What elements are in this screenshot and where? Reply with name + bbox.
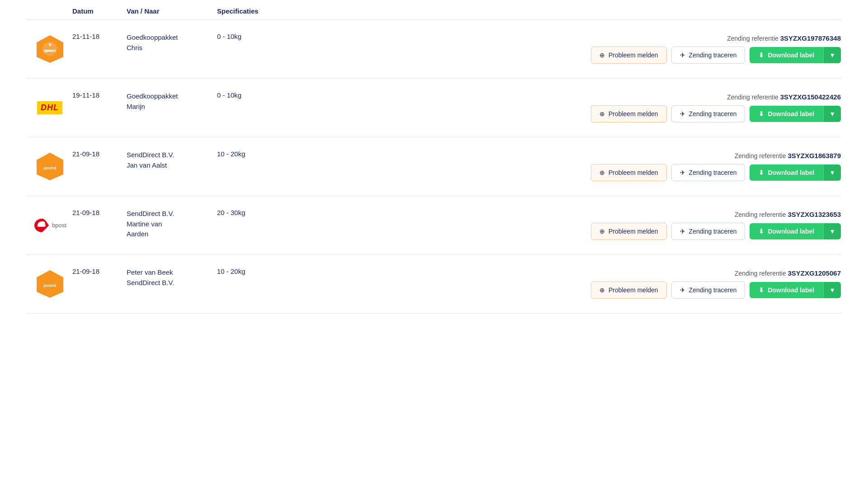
row1-spec: 0 - 10kg [217,31,289,40]
row3-probleem-button[interactable]: ⊕ Probleem melden [591,164,667,181]
carrier-logo-postnl: postnl [27,152,72,181]
row1-probleem-button[interactable]: ⊕ Probleem melden [591,47,667,64]
shipments-table: Datum Van / Naar Specificaties ♛ post nl… [0,0,868,314]
postnl-icon: postnl [35,152,65,181]
chevron-down-icon: ▼ [829,169,835,176]
row2-download-wrapper: ⬇ Download label ▼ [750,106,841,122]
row2-traceren-button[interactable]: ✈ Zending traceren [671,105,745,122]
postnl-icon: ♛ post nl postnl [35,34,65,64]
row2-actions: Zending referentie 3SYZXG150422426 ⊕ Pro… [289,93,841,122]
row4-download-wrapper: ⬇ Download label ▼ [750,223,841,239]
row3-download-button[interactable]: ⬇ Download label [750,164,823,181]
row2-spec: 0 - 10kg [217,89,289,99]
row4-download-chevron[interactable]: ▼ [823,223,841,239]
row2-date: 19-11-18 [72,89,127,99]
table-row: postnl 21-09-18 SendDirect B.V. Jan van … [27,137,841,196]
row5-traceren-button[interactable]: ✈ Zending traceren [671,281,745,299]
row5-spec: 10 - 20kg [217,266,289,275]
send-icon: ✈ [680,286,685,294]
row4-probleem-button[interactable]: ⊕ Probleem melden [591,223,667,240]
row3-van-naar: SendDirect B.V. Jan van Aalst [127,148,217,170]
row1-download-chevron[interactable]: ▼ [823,47,841,63]
row4-date: 21-09-18 [72,207,127,216]
svg-text:♛: ♛ [48,43,52,47]
row2-zending-ref: Zending referentie 3SYZXG150422426 [727,93,841,101]
carrier-logo-dhl: DHL [27,101,72,114]
row5-actions: Zending referentie 3SYZXG1205067 ⊕ Probl… [289,269,841,299]
carrier-logo-bpost: bpost [27,216,72,234]
download-icon: ⬇ [759,52,764,59]
row4-spec: 20 - 30kg [217,207,289,216]
row5-download-chevron[interactable]: ▼ [823,282,841,298]
postnl-icon: postnl [35,269,65,299]
row2-download-button[interactable]: ⬇ Download label [750,106,823,122]
dhl-icon: DHL [37,101,62,114]
row4-zending-ref: Zending referentie 3SYZXG1323653 [735,211,841,218]
svg-text:postnl: postnl [43,283,57,288]
row1-download-wrapper: ⬇ Download label ▼ [750,47,841,63]
row5-date: 21-09-18 [72,266,127,275]
row3-date: 21-09-18 [72,148,127,158]
header-logo-col [27,7,72,15]
row4-actions: Zending referentie 3SYZXG1323653 ⊕ Probl… [289,211,841,240]
row1-traceren-button[interactable]: ✈ Zending traceren [671,47,745,64]
chevron-down-icon: ▼ [829,228,835,235]
send-icon: ✈ [680,228,685,235]
globe-icon: ⊕ [599,110,605,117]
bpost-icon: bpost [33,216,66,234]
download-icon: ⬇ [759,110,764,117]
row5-action-buttons: ⊕ Probleem melden ✈ Zending traceren ⬇ D… [591,281,841,299]
row5-download-button[interactable]: ⬇ Download label [750,282,823,298]
row1-zending-ref: Zending referentie 3SYZXG197876348 [727,34,841,42]
globe-icon: ⊕ [599,228,605,235]
download-icon: ⬇ [759,169,764,176]
row1-van-naar: Goedkooppakket Chris [127,31,217,53]
globe-icon: ⊕ [599,286,605,294]
send-icon: ✈ [680,110,685,117]
row1-download-button[interactable]: ⬇ Download label [750,47,823,63]
chevron-down-icon: ▼ [829,286,835,294]
globe-icon: ⊕ [599,52,605,59]
row4-download-button[interactable]: ⬇ Download label [750,223,823,239]
row2-probleem-button[interactable]: ⊕ Probleem melden [591,105,667,122]
send-icon: ✈ [680,52,685,59]
header-datum: Datum [72,7,127,15]
row3-download-wrapper: ⬇ Download label ▼ [750,164,841,181]
row2-download-chevron[interactable]: ▼ [823,106,841,122]
download-icon: ⬇ [759,228,764,235]
row4-van-naar: SendDirect B.V. Martine van Aarden [127,207,217,239]
row1-action-buttons: ⊕ Probleem melden ✈ Zending traceren ⬇ D… [591,47,841,64]
header-actions-col [289,7,841,15]
svg-text:postnl: postnl [43,48,57,53]
row1-actions: Zending referentie 3SYZXG197876348 ⊕ Pro… [289,34,841,64]
row1-date: 21-11-18 [72,31,127,40]
row3-zending-ref: Zending referentie 3SYZXG1863879 [735,152,841,159]
row3-actions: Zending referentie 3SYZXG1863879 ⊕ Probl… [289,152,841,181]
header-van-naar: Van / Naar [127,7,217,15]
row4-traceren-button[interactable]: ✈ Zending traceren [671,223,745,240]
row2-van-naar: Goedkooppakket Marijn [127,89,217,112]
row5-van-naar: Peter van Beek SendDirect B.V. [127,266,217,288]
row3-download-chevron[interactable]: ▼ [823,164,841,181]
carrier-logo-postnl: ♛ post nl postnl [27,34,72,64]
header-specificaties: Specificaties [217,7,289,15]
table-row: bpost 21-09-18 SendDirect B.V. Martine v… [27,196,841,255]
row5-probleem-button[interactable]: ⊕ Probleem melden [591,281,667,299]
bpost-svg [33,216,51,234]
table-row: DHL 19-11-18 Goedkooppakket Marijn 0 - 1… [27,79,841,137]
row5-download-wrapper: ⬇ Download label ▼ [750,282,841,298]
carrier-logo-postnl: postnl [27,269,72,299]
send-icon: ✈ [680,169,685,176]
chevron-down-icon: ▼ [829,110,835,117]
svg-text:postnl: postnl [43,165,57,170]
row5-zending-ref: Zending referentie 3SYZXG1205067 [735,269,841,277]
table-header: Datum Van / Naar Specificaties [27,0,841,20]
row3-spec: 10 - 20kg [217,148,289,158]
row3-traceren-button[interactable]: ✈ Zending traceren [671,164,745,181]
chevron-down-icon: ▼ [829,52,835,59]
row3-action-buttons: ⊕ Probleem melden ✈ Zending traceren ⬇ D… [591,164,841,181]
globe-icon: ⊕ [599,169,605,176]
table-row: ♛ post nl postnl 21-11-18 Goedkooppakket… [27,20,841,79]
row4-action-buttons: ⊕ Probleem melden ✈ Zending traceren ⬇ D… [591,223,841,240]
table-row: postnl 21-09-18 Peter van Beek SendDirec… [27,255,841,314]
